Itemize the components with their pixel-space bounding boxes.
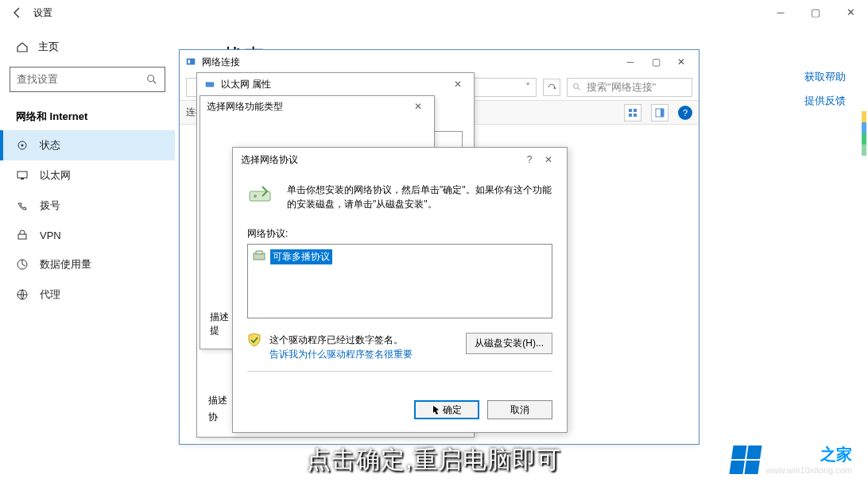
cursor-icon [432,405,441,415]
type-title-text: 选择网络功能类型 [207,100,283,114]
select-protocol-dialog: 选择网络协议 ? ✕ 单击你想安装的网络协议，然后单击"确定"。如果你有这个功能… [232,147,568,433]
close-button[interactable]: ✕ [833,0,868,24]
datausage-icon [16,258,29,271]
install-from-disk-button[interactable]: 从磁盘安装(H)... [466,333,552,354]
svg-rect-19 [206,82,215,87]
logo-url: www.win10xitong.com [766,465,852,475]
install-icon [247,183,276,205]
driver-why-link[interactable]: 告诉我为什么驱动程序签名很重要 [269,347,413,361]
ethernet-icon [16,169,29,182]
nc-maximize-button[interactable]: ▢ [643,52,668,72]
sidebar-item-proxy[interactable]: 代理 [0,280,175,310]
proto-body: 单击你想安装的网络协议，然后单击"确定"。如果你有这个功能的安装磁盘，请单击"从… [233,172,567,392]
svg-rect-20 [250,191,270,201]
eth-title-text: 以太网 属性 [221,78,271,91]
proto-title-text: 选择网络协议 [241,153,298,167]
proto-instruction-row: 单击你想安装的网络协议，然后单击"确定"。如果你有这个功能的安装磁盘，请单击"从… [247,183,552,211]
type-tip: 提 [210,324,229,338]
driver-text: 这个驱动程序已经过数字签名。 告诉我为什么驱动程序签名很重要 [269,333,413,361]
proto-list-label: 网络协议: [247,227,552,241]
shield-icon [247,333,262,347]
settings-sidebar: 主页 查找设置 网络和 Internet 状态 以太网 拨号 [0,32,175,310]
svg-line-1 [153,81,157,84]
svg-point-11 [574,83,579,88]
type-close-button[interactable]: ✕ [409,98,428,115]
svg-rect-15 [629,114,632,117]
protocol-item-label: 可靠多播协议 [270,249,332,264]
sidebar-item-label: VPN [40,230,61,241]
windows-logo-icon [729,446,761,474]
settings-header: 设置 [0,0,868,25]
type-desc-label: 描述 [210,310,229,324]
home-icon [16,40,29,53]
status-icon [16,139,29,152]
svg-rect-5 [21,178,24,179]
dialup-icon [16,199,29,212]
nc-icon [184,56,197,68]
view-icons-button[interactable] [624,104,641,122]
search-input[interactable]: 查找设置 [10,67,165,92]
sidebar-item-ethernet[interactable]: 以太网 [0,160,175,191]
preview-pane-button[interactable] [651,104,668,122]
ethernet-icon [203,78,216,91]
dialog-buttons: 确定 取消 [414,400,552,419]
svg-rect-4 [17,172,27,178]
svg-rect-16 [634,114,637,117]
help-button[interactable]: ? [678,106,692,120]
sidebar-item-label: 拨号 [40,199,60,213]
cancel-button[interactable]: 取消 [487,400,552,419]
nc-close-button[interactable]: ✕ [668,52,694,72]
logo-line1a: Win10 [773,446,820,463]
svg-rect-13 [629,109,632,112]
proto-close-button[interactable]: ✕ [538,154,559,165]
nc-search-placeholder: 搜索"网络连接" [587,80,656,94]
eth-close-button[interactable]: ✕ [448,75,467,93]
nc-title-text: 网络连接 [202,56,240,69]
svg-line-12 [578,87,580,90]
sidebar-item-vpn[interactable]: VPN [0,221,175,249]
driver-sign-row: 这个驱动程序已经过数字签名。 告诉我为什么驱动程序签名很重要 从磁盘安装(H).… [247,333,552,361]
svg-rect-18 [661,109,664,117]
settings-title: 设置 [33,6,52,20]
protocol-item[interactable]: 可靠多播协议 [251,248,548,266]
type-titlebar: 选择网络功能类型 ✕ [200,96,434,117]
sidebar-item-datausage[interactable]: 数据使用量 [0,249,175,280]
search-icon [572,83,582,92]
sidebar-item-dialup[interactable]: 拨号 [0,191,175,221]
back-button[interactable] [6,2,29,24]
proto-instruction-text: 单击你想安装的网络协议，然后单击"确定"。如果你有这个功能的安装磁盘，请单击"从… [287,183,552,211]
svg-point-21 [254,195,257,198]
maximize-button[interactable]: ▢ [798,0,833,24]
svg-rect-23 [256,251,262,254]
svg-rect-10 [188,60,191,63]
protocol-listbox[interactable]: 可靠多播协议 [247,244,552,318]
proto-titlebar: 选择网络协议 ? ✕ [233,148,567,172]
search-icon [145,73,158,86]
refresh-button[interactable] [543,79,560,96]
search-placeholder: 查找设置 [17,72,58,87]
divider [247,371,552,372]
help-links: 获取帮助 提供反馈 [804,70,846,108]
logo-line1b: 之家 [820,446,852,463]
ok-button[interactable]: 确定 [414,400,479,419]
help-button[interactable]: ? [521,154,538,165]
home-button[interactable]: 主页 [0,32,175,62]
get-help-link[interactable]: 获取帮助 [804,70,846,84]
nc-search-input[interactable]: 搜索"网络连接" [567,78,692,97]
watermark-logo: Win10之家 www.win10xitong.com [731,444,852,475]
home-label: 主页 [38,40,59,54]
category-title: 网络和 Internet [0,103,175,130]
chevron-down-icon[interactable]: ˅ [525,81,531,93]
sidebar-item-label: 数据使用量 [40,257,91,272]
sidebar-item-label: 状态 [40,138,60,152]
minimize-button[interactable]: ─ [763,0,798,24]
ok-label: 确定 [443,403,462,417]
nc-minimize-button[interactable]: ─ [618,52,643,72]
window-controls: ─ ▢ ✕ [763,0,868,24]
feedback-link[interactable]: 提供反馈 [804,94,846,108]
scrollbar[interactable] [862,111,866,156]
svg-rect-14 [634,109,637,112]
sidebar-item-label: 以太网 [40,168,71,183]
nc-titlebar: 网络连接 ─ ▢ ✕ [180,50,699,74]
sidebar-item-status[interactable]: 状态 [0,130,175,160]
